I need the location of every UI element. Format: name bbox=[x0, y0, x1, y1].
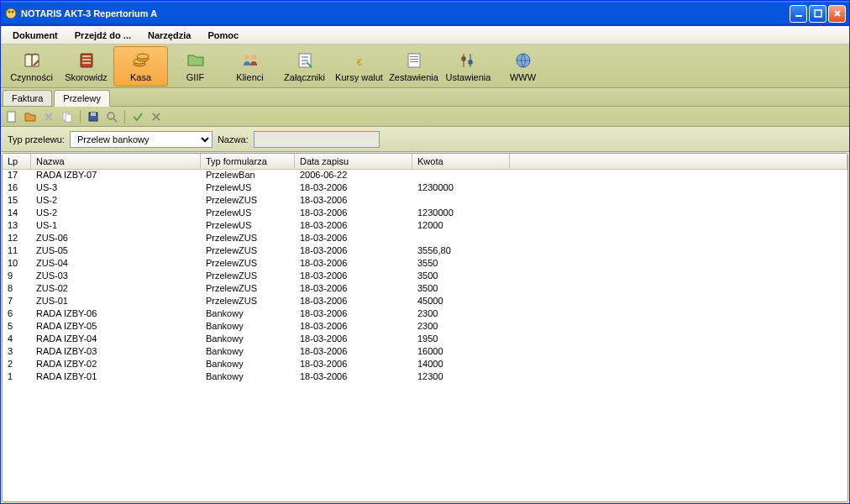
cell-kwota bbox=[412, 170, 510, 182]
tool-kasa[interactable]: Kasa bbox=[113, 46, 168, 87]
open-icon[interactable] bbox=[23, 109, 38, 124]
cell-lp: 16 bbox=[3, 182, 31, 195]
table-row[interactable]: 9ZUS-03PrzelewZUS18-03-20063500 bbox=[3, 270, 847, 283]
menubar: Dokument Przejdź do ... Narzędzia Pomoc bbox=[1, 26, 849, 45]
col-lp[interactable]: Lp bbox=[3, 154, 31, 169]
tool-www[interactable]: WWW bbox=[496, 46, 550, 87]
table-row[interactable]: 12ZUS-06PrzelewZUS18-03-2006 bbox=[3, 233, 847, 245]
tool-zestawienia[interactable]: Zestawienia bbox=[386, 46, 441, 87]
svg-point-27 bbox=[108, 113, 114, 119]
cell-lp: 11 bbox=[3, 245, 31, 258]
cell-rest bbox=[510, 270, 847, 283]
cell-data: 18-03-2006 bbox=[295, 371, 412, 384]
cell-lp: 6 bbox=[3, 308, 31, 321]
minimize-button[interactable] bbox=[790, 5, 807, 23]
cell-kwota: 3500 bbox=[412, 283, 510, 296]
cell-typ: PrzelewBan bbox=[201, 170, 295, 182]
cell-nazwa: ZUS-02 bbox=[31, 283, 201, 296]
nazwa-input[interactable] bbox=[254, 131, 380, 148]
tool-zalaczniki[interactable]: Załączniki bbox=[277, 46, 332, 87]
cell-rest bbox=[510, 283, 847, 296]
cell-rest bbox=[510, 207, 847, 220]
col-kwota[interactable]: Kwota bbox=[412, 154, 510, 169]
cell-kwota: 2300 bbox=[412, 321, 510, 333]
tool-label: Kasa bbox=[130, 72, 151, 82]
cell-kwota: 1950 bbox=[412, 333, 510, 346]
svg-text:€: € bbox=[356, 57, 361, 67]
cell-kwota: 1230000 bbox=[412, 207, 510, 220]
cell-nazwa: RADA IZBY-01 bbox=[31, 371, 201, 384]
tool-giif[interactable]: GIIF bbox=[168, 46, 223, 87]
new-icon[interactable] bbox=[4, 109, 19, 124]
cell-data: 18-03-2006 bbox=[295, 270, 412, 283]
svg-point-1 bbox=[8, 11, 11, 13]
table-row[interactable]: 7ZUS-01PrzelewZUS18-03-200645000 bbox=[3, 296, 847, 308]
tool-ustawienia[interactable]: Ustawienia bbox=[441, 46, 496, 87]
table-row[interactable]: 1RADA IZBY-01Bankowy18-03-200612300 bbox=[3, 371, 847, 384]
col-data[interactable]: Data zapisu bbox=[295, 154, 412, 169]
table-row[interactable]: 4RADA IZBY-04Bankowy18-03-20061950 bbox=[3, 333, 847, 346]
tool-klienci[interactable]: Klienci bbox=[223, 46, 277, 87]
svg-point-0 bbox=[6, 8, 16, 18]
cell-lp: 3 bbox=[3, 346, 31, 359]
table-row[interactable]: 3RADA IZBY-03Bankowy18-03-200616000 bbox=[3, 346, 847, 359]
check-icon[interactable] bbox=[130, 109, 145, 124]
svg-point-12 bbox=[137, 54, 149, 59]
cell-typ: PrzelewZUS bbox=[201, 296, 295, 308]
table-row[interactable]: 8ZUS-02PrzelewZUS18-03-20063500 bbox=[3, 283, 847, 296]
typ-label: Typ przelewu: bbox=[8, 134, 65, 144]
search-icon[interactable] bbox=[104, 109, 119, 124]
book-icon bbox=[22, 50, 42, 71]
cell-typ: PrzelewZUS bbox=[201, 233, 295, 245]
close-button[interactable] bbox=[828, 5, 846, 23]
cell-data: 18-03-2006 bbox=[295, 182, 412, 195]
menu-pomoc[interactable]: Pomoc bbox=[201, 28, 245, 43]
table-row[interactable]: 17RADA IZBY-07PrzelewBan2006-06-22 bbox=[3, 170, 847, 182]
cancel-icon[interactable] bbox=[149, 109, 164, 124]
tab-przelewy[interactable]: Przelewy bbox=[54, 90, 110, 107]
col-nazwa[interactable]: Nazwa bbox=[31, 154, 201, 169]
maximize-button[interactable] bbox=[809, 5, 826, 23]
cell-rest bbox=[510, 346, 847, 359]
svg-rect-17 bbox=[408, 54, 420, 67]
typ-select[interactable]: Przelew bankowy bbox=[70, 131, 212, 148]
tab-faktura[interactable]: Faktura bbox=[3, 90, 52, 106]
delete-icon[interactable] bbox=[41, 109, 56, 124]
cell-kwota bbox=[412, 195, 510, 207]
tool-czynnosci[interactable]: Czynności bbox=[4, 46, 59, 87]
tool-label: Klienci bbox=[236, 72, 263, 82]
save-icon[interactable] bbox=[86, 109, 101, 124]
cell-kwota bbox=[412, 233, 510, 245]
cell-typ: Bankowy bbox=[201, 308, 295, 321]
menu-dokument[interactable]: Dokument bbox=[6, 28, 65, 43]
tool-label: GIIF bbox=[186, 72, 204, 82]
table-row[interactable]: 6RADA IZBY-06Bankowy18-03-20062300 bbox=[3, 308, 847, 321]
table-row[interactable]: 11ZUS-05PrzelewZUS18-03-20063556,80 bbox=[3, 245, 847, 258]
tab-bar: Faktura Przelewy bbox=[1, 88, 849, 107]
tool-label: Czynności bbox=[10, 72, 53, 82]
copy-icon[interactable] bbox=[60, 109, 75, 124]
cell-nazwa: ZUS-05 bbox=[31, 245, 201, 258]
col-rest[interactable] bbox=[510, 154, 847, 169]
menu-narzedzia[interactable]: Narzędzia bbox=[141, 28, 197, 43]
table-row[interactable]: 15US-2PrzelewZUS18-03-2006 bbox=[3, 195, 847, 207]
cell-rest bbox=[510, 321, 847, 333]
cell-typ: Bankowy bbox=[201, 359, 295, 371]
tool-label: Załączniki bbox=[284, 72, 325, 82]
table-row[interactable]: 13US-1PrzelewUS18-03-200612000 bbox=[3, 220, 847, 233]
table-row[interactable]: 16US-3PrzelewUS18-03-20061230000 bbox=[3, 182, 847, 195]
tool-kursy[interactable]: € Kursy walut bbox=[332, 46, 386, 87]
table-row[interactable]: 5RADA IZBY-05Bankowy18-03-20062300 bbox=[3, 321, 847, 333]
col-typ[interactable]: Typ formularza bbox=[201, 154, 295, 169]
table-row[interactable]: 14US-2PrzelewUS18-03-20061230000 bbox=[3, 207, 847, 220]
filter-bar: Typ przelewu: Przelew bankowy Nazwa: bbox=[1, 127, 849, 152]
tool-skorowidz[interactable]: Skorowidz bbox=[59, 46, 113, 87]
cell-kwota: 14000 bbox=[412, 359, 510, 371]
table-row[interactable]: 2RADA IZBY-02Bankowy18-03-200614000 bbox=[3, 359, 847, 371]
table-row[interactable]: 10ZUS-04PrzelewZUS18-03-20063550 bbox=[3, 258, 847, 270]
menu-przejdz[interactable]: Przejdź do ... bbox=[68, 28, 138, 43]
data-grid[interactable]: Lp Nazwa Typ formularza Data zapisu Kwot… bbox=[2, 153, 848, 502]
cell-kwota: 1230000 bbox=[412, 182, 510, 195]
cell-rest bbox=[510, 170, 847, 182]
cell-typ: PrzelewZUS bbox=[201, 258, 295, 270]
